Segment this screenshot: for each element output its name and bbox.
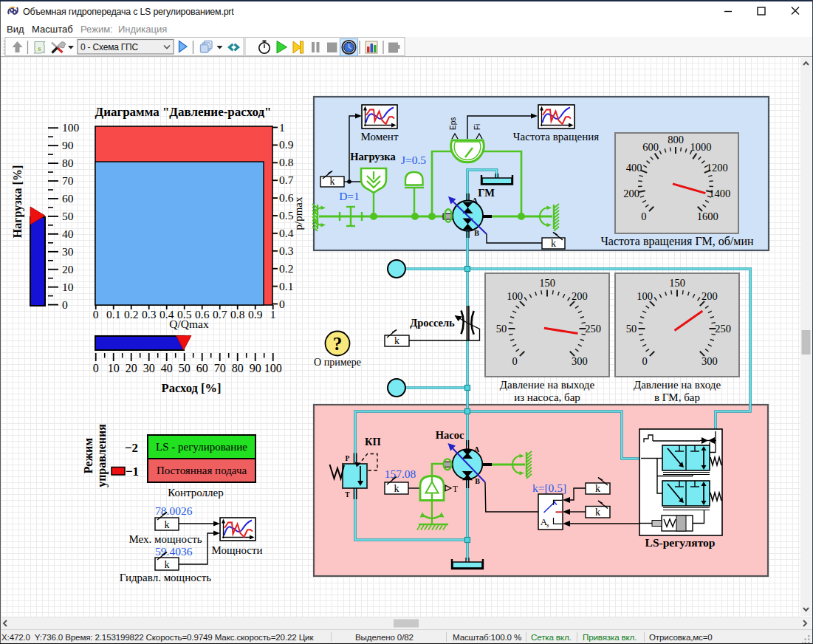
svg-text:LS-регулятор: LS-регулятор	[645, 536, 716, 549]
svg-text:200: 200	[572, 290, 588, 302]
svg-text:B: B	[474, 229, 479, 237]
svg-text:Диаграмма "Давление-расход": Диаграмма "Давление-расход"	[95, 105, 271, 119]
svg-text:Частота вращения ГМ, об/мин: Частота вращения ГМ, об/мин	[600, 235, 754, 248]
svg-text:70: 70	[214, 362, 226, 374]
svg-text:T: T	[345, 491, 350, 499]
svg-text:0.2: 0.2	[124, 308, 138, 321]
svg-text:0: 0	[642, 355, 648, 367]
svg-text:k: k	[165, 519, 170, 530]
svg-text:60: 60	[196, 362, 208, 374]
svg-text:−2: −2	[125, 441, 138, 455]
svg-text:1200: 1200	[707, 162, 728, 174]
svg-text:150: 150	[669, 277, 685, 289]
svg-text:0.8: 0.8	[230, 308, 245, 321]
svg-text:k: k	[595, 483, 600, 494]
svg-text:k: k	[165, 559, 170, 570]
svg-text:50: 50	[496, 323, 507, 335]
svg-text:Контроллер: Контроллер	[168, 487, 223, 499]
svg-text:Насос: Насос	[436, 429, 464, 441]
svg-text:Fi: Fi	[473, 124, 481, 130]
svg-text:100: 100	[637, 290, 653, 302]
svg-text:Eps: Eps	[449, 117, 457, 130]
svg-text:0.1: 0.1	[106, 308, 120, 321]
svg-text:0.7: 0.7	[213, 308, 227, 321]
svg-text:20: 20	[126, 362, 137, 374]
svg-text:150: 150	[539, 277, 555, 289]
svg-text:k: k	[394, 483, 399, 494]
svg-text:P: P	[346, 455, 350, 462]
svg-text:LS - регулирование: LS - регулирование	[156, 441, 247, 453]
svg-text:40: 40	[161, 362, 173, 374]
svg-text:Мощности: Мощности	[211, 544, 262, 556]
svg-text:Мех. мощность: Мех. мощность	[128, 533, 202, 545]
svg-text:0.2: 0.2	[279, 262, 293, 275]
svg-text:T: T	[453, 484, 458, 493]
svg-text:50: 50	[179, 362, 191, 374]
svg-text:78.0026: 78.0026	[155, 504, 193, 517]
svg-text:Нагрузка: Нагрузка	[350, 151, 396, 162]
svg-text:400: 400	[626, 162, 642, 174]
svg-text:Режим: Режим	[82, 438, 95, 473]
svg-text:Давление на входе: Давление на входе	[634, 379, 721, 391]
svg-text:Дроссель: Дроссель	[410, 317, 455, 329]
svg-text:0.9: 0.9	[248, 308, 263, 321]
svg-text:B: B	[475, 477, 480, 485]
svg-text:60: 60	[62, 192, 74, 205]
svg-text:80: 80	[62, 157, 74, 169]
svg-text:−1: −1	[126, 465, 139, 479]
svg-text:k: k	[551, 238, 556, 249]
svg-text:Гидравл. мощность: Гидравл. мощность	[120, 572, 211, 583]
svg-text:800: 800	[668, 134, 684, 145]
svg-text:0: 0	[641, 210, 646, 222]
svg-text:300: 300	[572, 355, 588, 367]
svg-text:600: 600	[642, 141, 659, 153]
svg-text:k: k	[330, 176, 335, 187]
svg-text:100: 100	[507, 290, 523, 302]
svg-text:1: 1	[279, 121, 285, 134]
svg-text:250: 250	[585, 323, 601, 335]
svg-text:0 - Схема ГПС: 0 - Схема ГПС	[80, 42, 139, 52]
svg-text:20: 20	[62, 263, 74, 275]
svg-text:0.7: 0.7	[279, 174, 294, 186]
svg-text:30: 30	[143, 362, 155, 374]
svg-text:300: 300	[701, 355, 718, 367]
svg-text:КП: КП	[365, 436, 381, 448]
svg-text:k=[0.5]: k=[0.5]	[532, 482, 566, 494]
svg-text:О примере: О примере	[314, 357, 361, 368]
svg-text:80: 80	[232, 362, 244, 374]
svg-text:0: 0	[279, 298, 285, 310]
svg-text:100: 100	[62, 121, 80, 134]
svg-text:250: 250	[715, 323, 731, 335]
svg-text:в ГМ, бар: в ГМ, бар	[654, 391, 700, 403]
svg-text:Частота вращения: Частота вращения	[513, 131, 599, 143]
svg-text:50: 50	[62, 210, 74, 222]
svg-text:управления: управления	[95, 424, 109, 487]
svg-text:70: 70	[62, 174, 74, 187]
svg-text:0: 0	[512, 355, 518, 367]
svg-text:30: 30	[62, 245, 74, 258]
svg-text:40: 40	[62, 227, 74, 240]
svg-text:Давление на выходе: Давление на выходе	[500, 379, 595, 391]
svg-text:50: 50	[626, 323, 637, 335]
svg-text:90: 90	[250, 362, 261, 374]
svg-text:Момент: Момент	[361, 131, 399, 143]
svg-text:1000: 1000	[690, 141, 711, 153]
svg-text:1400: 1400	[709, 188, 730, 199]
svg-text:Постоянная подача: Постоянная подача	[157, 465, 247, 476]
svg-text:1600: 1600	[697, 210, 718, 222]
svg-text:200: 200	[701, 290, 718, 302]
svg-text:0: 0	[93, 362, 99, 374]
svg-text:Расход [%]: Расход [%]	[162, 381, 222, 395]
svg-text:0.8: 0.8	[279, 156, 294, 168]
svg-text:k: k	[595, 507, 600, 518]
svg-text:ГМ: ГМ	[478, 187, 495, 199]
svg-text:0.3: 0.3	[279, 244, 294, 257]
svg-text:0: 0	[93, 308, 99, 321]
svg-text:0.9: 0.9	[279, 138, 294, 151]
svg-text:A: A	[472, 196, 478, 205]
svg-text:100: 100	[264, 362, 282, 374]
svg-text:из насоса, бар: из насоса, бар	[514, 391, 580, 403]
svg-text:200: 200	[623, 188, 639, 199]
svg-text:0: 0	[62, 298, 68, 311]
svg-text:D=1: D=1	[339, 190, 360, 202]
